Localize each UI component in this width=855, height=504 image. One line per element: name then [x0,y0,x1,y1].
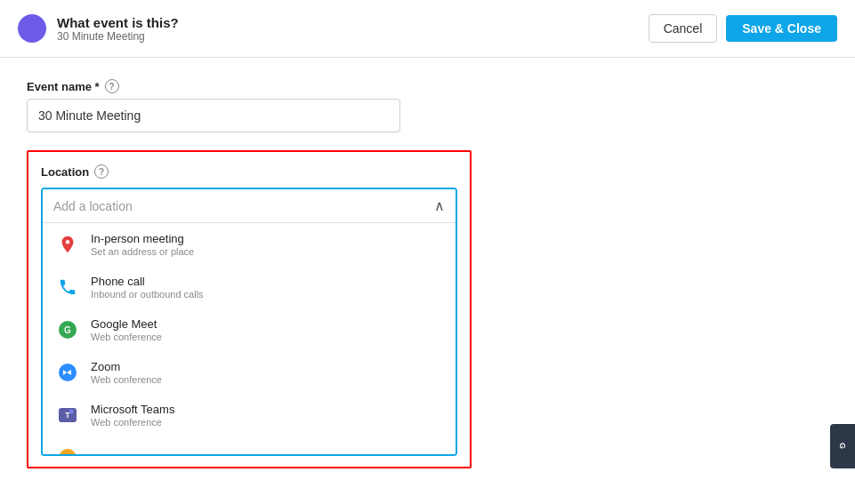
phone-icon [55,275,80,300]
list-item[interactable]: T Microsoft Teams Web conference [43,394,456,436]
dropdown-header[interactable]: Add a location ∧ [43,189,456,222]
event-name-section: Event name * ? [27,79,828,132]
event-name-label: Event name * ? [27,79,828,93]
location-label-text: Location [41,165,89,179]
teams-text: Microsoft Teams Web conference [91,403,174,428]
zoom-text: Zoom Web conference [91,360,162,385]
phone-text: Phone call Inbound or outbound calls [91,275,204,300]
gmeet-text: Google Meet Web conference [91,317,162,342]
main-content: Event name * ? Location ? Add a location… [0,58,855,490]
svg-point-5 [69,410,74,414]
chevron-up-icon: ∧ [434,197,445,214]
location-section: Location ? Add a location ∧ I [27,150,472,468]
event-name-label-text: Event name * [27,80,100,93]
location-dropdown[interactable]: Add a location ∧ In-person meeting Set a… [41,188,457,456]
gotomeeting-icon: Go [55,445,80,454]
header-title-block: What event is this? 30 Minute Meeting [57,15,179,43]
list-item[interactable]: Zoom Web conference [43,351,456,394]
location-help-icon[interactable]: ? [94,164,109,179]
save-close-button[interactable]: Save & Close [726,15,837,42]
dropdown-list[interactable]: In-person meeting Set an address or plac… [43,223,456,454]
page-subtitle: 30 Minute Meeting [57,30,179,43]
list-item[interactable]: Phone call Inbound or outbound calls [43,266,456,308]
svg-text:G: G [64,325,71,335]
inperson-text: In-person meeting Set an address or plac… [91,232,194,257]
teams-icon: T [55,403,80,428]
cancel-button[interactable]: Cancel [649,14,718,43]
list-item[interactable]: Go GoToMeeting [43,436,456,454]
header-actions: Cancel Save & Close [649,14,837,43]
page-header: What event is this? 30 Minute Meeting Ca… [0,0,855,58]
right-panel-button[interactable]: G [830,424,855,468]
required-marker: * [95,80,100,93]
location-label: Location ? [41,164,457,179]
list-item[interactable]: In-person meeting Set an address or plac… [43,223,456,266]
event-name-input[interactable] [27,99,400,132]
gotomeeting-text: GoToMeeting [91,452,159,455]
inperson-icon [55,232,80,257]
avatar [18,14,46,43]
list-item[interactable]: G Google Meet Web conference [43,308,456,351]
gmeet-icon: G [55,317,80,342]
event-name-help-icon[interactable]: ? [105,79,119,93]
page-title: What event is this? [57,15,179,30]
zoom-icon [55,360,80,385]
dropdown-placeholder: Add a location [53,199,133,213]
header-left: What event is this? 30 Minute Meeting [18,14,179,43]
